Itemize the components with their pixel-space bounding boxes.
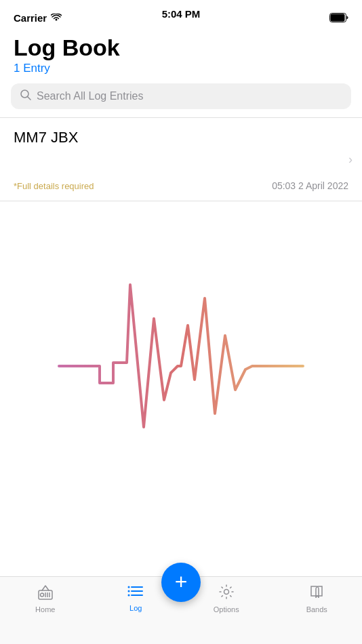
svg-line-3	[28, 97, 31, 100]
status-bar: Carrier 5:04 PM	[0, 0, 362, 30]
svg-point-13	[128, 590, 130, 592]
tab-bands[interactable]: Bands	[289, 584, 344, 613]
add-entry-button[interactable]: +	[161, 563, 201, 602]
tab-home[interactable]: Home	[18, 584, 73, 613]
tab-options-label: Options	[214, 605, 239, 613]
entry-callsign: MM7 JBX	[14, 129, 348, 146]
page-header: Log Book 1 Entry	[0, 30, 362, 75]
tab-log[interactable]: Log	[108, 584, 163, 612]
entry-count: 1 Entry	[14, 62, 348, 75]
wifi-icon	[51, 14, 62, 22]
status-time: 5:04 PM	[162, 8, 201, 20]
chevron-right-icon: ›	[348, 153, 353, 167]
svg-rect-1	[331, 14, 345, 22]
search-icon	[20, 89, 31, 103]
entry-warning: *Full details required	[14, 181, 94, 191]
tab-log-label: Log	[129, 604, 142, 612]
entry-timestamp: 05:03 2 April 2022	[272, 180, 348, 191]
plus-icon: +	[175, 571, 188, 592]
carrier-label: Carrier	[14, 12, 47, 24]
log-entry-card[interactable]: MM7 JBX *Full details required 05:03 2 A…	[0, 118, 362, 201]
tab-options[interactable]: Options	[199, 584, 254, 613]
search-placeholder: Search All Log Entries	[37, 90, 143, 102]
tab-bands-label: Bands	[306, 605, 327, 613]
options-gear-icon	[218, 584, 235, 603]
home-radio-icon	[37, 584, 54, 603]
svg-point-5	[40, 593, 43, 597]
log-list-icon	[127, 584, 144, 601]
entry-footer: *Full details required 05:03 2 April 202…	[14, 180, 348, 191]
search-container[interactable]: Search All Log Entries	[0, 75, 362, 117]
bands-book-icon	[308, 584, 325, 603]
status-right	[329, 13, 348, 22]
search-bar[interactable]: Search All Log Entries	[11, 83, 351, 109]
page-title: Log Book	[14, 35, 348, 60]
battery-icon	[329, 13, 348, 22]
svg-point-12	[128, 586, 130, 588]
svg-point-14	[128, 595, 130, 597]
tab-home-label: Home	[35, 605, 55, 613]
svg-point-15	[224, 590, 228, 595]
waveform-svg	[45, 264, 317, 468]
status-carrier: Carrier	[14, 12, 62, 24]
waveform-area	[0, 251, 362, 481]
